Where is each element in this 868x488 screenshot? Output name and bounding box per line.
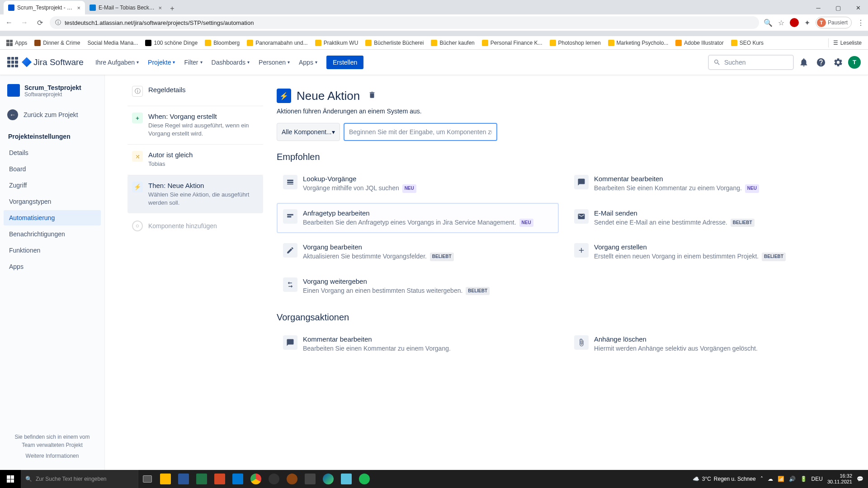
nav-dashboards[interactable]: Dashboards▾: [208, 56, 254, 69]
bookmark-item[interactable]: Bücher kaufen: [428, 38, 477, 47]
browser-chrome: Scrum_Testprojekt - Details - Jira × E-M…: [0, 0, 868, 36]
minimize-button[interactable]: ─: [808, 1, 828, 14]
bookmark-favicon: [34, 40, 41, 46]
bookmark-item[interactable]: Adobe Illustrator: [673, 38, 726, 47]
new-tab-button[interactable]: +: [166, 3, 178, 14]
back-label: Zurück zum Projekt: [24, 111, 78, 118]
rule-details[interactable]: ⓘ Regeldetails: [127, 80, 263, 106]
footer-link[interactable]: Weitere Informationen: [8, 452, 96, 460]
nav-people[interactable]: Personen▾: [255, 56, 293, 69]
delete-icon[interactable]: [368, 91, 376, 101]
action-subtitle: Aktionen führen Änderungen an einem Syst…: [277, 108, 850, 115]
rule-step-when[interactable]: + When: Vorgang erstellt Diese Regel wir…: [127, 106, 263, 145]
rule-details-label: Regeldetails: [148, 86, 186, 94]
chevron-down-icon: ▾: [247, 60, 250, 65]
action-card-edit-comment[interactable]: Kommentar bearbeitenBearbeiten Sie einen…: [568, 169, 850, 199]
nav-your-work[interactable]: Ihre Aufgaben▾: [92, 56, 142, 69]
browser-tab[interactable]: E-Mail – Tobias Becker – Outlook ×: [85, 1, 166, 14]
request-icon: [283, 209, 297, 224]
badge-beliebt: BELIEBT: [466, 287, 490, 296]
badge-neu: NEU: [519, 219, 533, 227]
extensions-icon[interactable]: ✦: [804, 19, 810, 27]
back-to-project[interactable]: ← Zurück zum Projekt: [4, 105, 101, 125]
rule-step-then[interactable]: ⚡ Then: Neue Aktion Wählen Sie eine Akti…: [127, 175, 263, 213]
component-select[interactable]: Alle Komponent... ▾: [277, 123, 340, 141]
profile-chip[interactable]: T Pausiert: [816, 17, 852, 28]
search-input[interactable]: Suchen: [708, 55, 794, 70]
abp-extension-icon[interactable]: [790, 18, 799, 27]
app-switcher-icon[interactable]: [7, 57, 18, 68]
nav-projects[interactable]: Projekte▾: [144, 56, 179, 69]
site-info-icon[interactable]: ⓘ: [55, 19, 61, 27]
forward-button[interactable]: →: [19, 17, 30, 28]
transition-icon: [283, 277, 297, 292]
nav-apps[interactable]: Apps▾: [295, 56, 321, 69]
sidebar-item-notifications[interactable]: Benachrichtigungen: [4, 226, 101, 242]
user-avatar[interactable]: T: [848, 56, 861, 69]
bookmark-item[interactable]: SEO Kurs: [728, 38, 766, 47]
action-card-edit-request-type[interactable]: Anfragetyp bearbeitenBearbeiten Sie den …: [277, 203, 559, 234]
project-icon: [7, 84, 20, 97]
bookmark-item[interactable]: Dinner & Crime: [32, 38, 83, 47]
action-card-transition-issue[interactable]: Vorgang weitergebenEinen Vorgang an eine…: [277, 271, 559, 302]
sidebar-item-details[interactable]: Details: [4, 145, 101, 160]
bookmark-item[interactable]: Photoshop lernen: [547, 38, 604, 47]
component-filter-input[interactable]: [344, 123, 497, 141]
bookmark-item[interactable]: Social Media Mana...: [85, 38, 141, 47]
back-arrow-icon: ←: [7, 109, 18, 120]
reading-list[interactable]: ☰Leseliste: [828, 38, 864, 47]
sidebar-item-apps[interactable]: Apps: [4, 259, 101, 274]
select-value: Alle Komponent...: [282, 128, 332, 136]
zoom-icon[interactable]: 🔍: [764, 19, 773, 27]
step-desc: Diese Regel wird ausgeführt, wenn ein Vo…: [148, 122, 259, 138]
card-title: Vorgang bearbeiten: [303, 243, 454, 251]
badge-neu: NEU: [402, 184, 416, 193]
action-card-create-issue[interactable]: Vorgang erstellenErstellt einen neuen Vo…: [568, 237, 850, 267]
sidebar-item-issue-types[interactable]: Vorgangstypen: [4, 194, 101, 209]
rule-step-condition[interactable]: ⤨ Autor ist gleich Tobias: [127, 145, 263, 175]
card-desc: Aktualisieren Sie bestimmte Vorgangsfeld…: [303, 252, 454, 261]
url-text: testdeutsch1.atlassian.net/jira/software…: [65, 19, 254, 26]
close-icon[interactable]: ×: [158, 5, 162, 11]
bookmark-item[interactable]: Personal Finance K...: [479, 38, 545, 47]
sidebar-item-access[interactable]: Zugriff: [4, 178, 101, 193]
bookmark-star-icon[interactable]: ☆: [778, 19, 784, 27]
action-card-send-email[interactable]: E-Mail sendenSendet eine E-Mail an eine …: [568, 203, 850, 234]
lookup-icon: [283, 175, 297, 189]
action-header: ⚡ Neue Aktion: [277, 89, 850, 103]
bookmark-item[interactable]: Bücherliste Bücherei: [363, 38, 426, 47]
maximize-button[interactable]: ▢: [828, 1, 848, 14]
card-title: Kommentar bearbeiten: [303, 335, 451, 343]
action-card-edit-issue[interactable]: Vorgang bearbeitenAktualisieren Sie best…: [277, 237, 559, 267]
sidebar-item-features[interactable]: Funktionen: [4, 243, 101, 258]
apps-bookmark[interactable]: Apps: [4, 38, 30, 47]
add-component[interactable]: ○ Komponente hinzufügen: [127, 213, 263, 239]
bookmark-item[interactable]: Marketing Psycholo...: [605, 38, 671, 47]
help-icon[interactable]: [814, 55, 828, 70]
bookmark-item[interactable]: Praktikum WU: [312, 38, 361, 47]
action-card-delete-attachments[interactable]: Anhänge löschenHiermit werden Anhänge se…: [568, 329, 850, 359]
bookmark-item[interactable]: 100 schöne Dinge: [142, 38, 200, 47]
card-desc: Hiermit werden Anhänge selektiv aus Vorg…: [594, 344, 758, 353]
action-card-edit-comment-2[interactable]: Kommentar bearbeitenBearbeiten Sie einen…: [277, 329, 559, 359]
reload-button[interactable]: ⟳: [34, 17, 45, 28]
jira-logo[interactable]: Jira Software: [22, 57, 84, 67]
nav-filters[interactable]: Filter▾: [180, 56, 206, 69]
bookmark-item[interactable]: Bloomberg: [202, 38, 242, 47]
sidebar-item-board[interactable]: Board: [4, 161, 101, 177]
bookmark-item[interactable]: Panoramabahn und...: [244, 38, 310, 47]
notifications-icon[interactable]: [797, 55, 811, 70]
url-field[interactable]: ⓘ testdeutsch1.atlassian.net/jira/softwa…: [50, 16, 759, 29]
browser-tab-active[interactable]: Scrum_Testprojekt - Details - Jira ×: [4, 1, 85, 14]
close-window-button[interactable]: ✕: [848, 1, 868, 14]
close-icon[interactable]: ×: [77, 5, 80, 11]
action-card-lookup[interactable]: Lookup-VorgängeVorgänge mithilfe von JQL…: [277, 169, 559, 199]
settings-icon[interactable]: [831, 55, 845, 70]
menu-icon[interactable]: ⋮: [857, 19, 864, 27]
back-button[interactable]: ←: [4, 17, 14, 28]
project-header[interactable]: Scrum_Testprojekt Softwareprojekt: [4, 84, 101, 105]
section-recommended: Empfohlen: [277, 152, 850, 162]
create-button[interactable]: Erstellen: [326, 56, 363, 69]
attachment-icon: [574, 335, 589, 350]
sidebar-item-automation[interactable]: Automatisierung: [4, 210, 101, 225]
